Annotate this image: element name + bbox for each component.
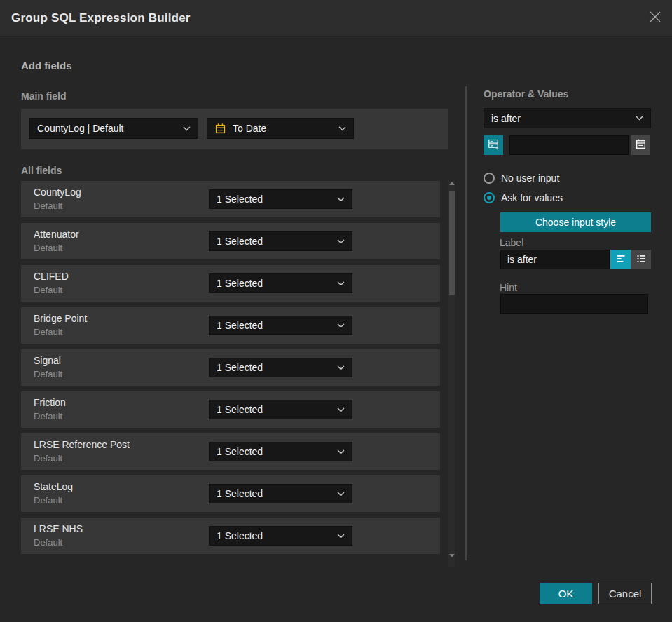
field-subtype-label: Default bbox=[34, 411, 62, 421]
ok-button[interactable]: OK bbox=[540, 583, 592, 604]
main-field-panel: CountyLog | Default To Date bbox=[21, 109, 448, 149]
date-picker-button[interactable] bbox=[631, 135, 650, 155]
chevron-down-icon bbox=[337, 407, 345, 412]
field-values-dropdown-label: 1 Selected bbox=[217, 404, 331, 415]
field-subtype-label: Default bbox=[34, 285, 62, 295]
add-fields-heading: Add fields bbox=[21, 60, 72, 72]
label-input[interactable] bbox=[500, 250, 610, 269]
field-row: Friction Default 1 Selected bbox=[21, 391, 440, 428]
value-list-icon bbox=[488, 138, 500, 152]
radio-ask-for-values[interactable]: Ask for values bbox=[484, 191, 563, 204]
field-values-dropdown[interactable]: 1 Selected bbox=[209, 273, 352, 293]
main-field-dropdown[interactable]: CountyLog | Default bbox=[29, 118, 198, 139]
all-fields-list: CountyLog Default 1 Selected Attenuator … bbox=[21, 181, 440, 560]
field-name-label: Signal bbox=[34, 355, 61, 366]
radio-no-user-input[interactable]: No user input bbox=[484, 172, 559, 184]
radio-selected-icon bbox=[484, 192, 495, 203]
field-row: LRSE Reference Post Default 1 Selected bbox=[21, 433, 440, 470]
field-name-label: LRSE NHS bbox=[34, 523, 83, 534]
bulleted-list-icon bbox=[636, 253, 647, 266]
field-name-label: Attenuator bbox=[34, 229, 79, 240]
list-style-toggle[interactable] bbox=[631, 250, 651, 269]
field-values-dropdown[interactable]: 1 Selected bbox=[209, 189, 352, 209]
value-input[interactable] bbox=[509, 135, 629, 155]
chevron-down-icon bbox=[337, 534, 345, 539]
chevron-down-icon bbox=[337, 239, 345, 244]
field-subtype-label: Default bbox=[34, 537, 62, 548]
operator-dropdown-label: is after bbox=[491, 113, 630, 124]
field-values-dropdown[interactable]: 1 Selected bbox=[209, 526, 352, 546]
align-left-icon bbox=[615, 253, 626, 266]
single-line-style-toggle[interactable] bbox=[610, 250, 631, 269]
chevron-down-icon bbox=[337, 281, 345, 286]
field-values-dropdown-label: 1 Selected bbox=[217, 278, 331, 289]
field-row: Bridge Point Default 1 Selected bbox=[21, 307, 440, 344]
dialog-titlebar: Group SQL Expression Builder bbox=[0, 0, 672, 36]
close-icon bbox=[649, 11, 661, 26]
value-source-button[interactable] bbox=[484, 135, 503, 155]
calendar-icon bbox=[635, 138, 647, 152]
chevron-down-icon bbox=[337, 197, 345, 202]
all-fields-heading: All fields bbox=[21, 165, 62, 176]
field-name-label: CountyLog bbox=[34, 187, 81, 198]
operator-dropdown[interactable]: is after bbox=[484, 108, 651, 128]
field-row: CountyLog Default 1 Selected bbox=[21, 181, 440, 217]
panel-divider bbox=[465, 86, 467, 560]
chevron-down-icon bbox=[183, 126, 191, 131]
field-name-label: CLIFED bbox=[34, 271, 69, 282]
scrollbar-thumb[interactable] bbox=[449, 191, 455, 295]
close-button[interactable] bbox=[648, 11, 662, 25]
field-subtype-label: Default bbox=[34, 369, 62, 379]
chevron-down-icon bbox=[337, 323, 345, 328]
field-values-dropdown[interactable]: 1 Selected bbox=[209, 358, 352, 377]
field-values-dropdown[interactable]: 1 Selected bbox=[209, 316, 352, 335]
hint-field-label: Hint bbox=[500, 282, 517, 293]
scrollbar-up-arrow[interactable] bbox=[449, 182, 455, 185]
field-row: CLIFED Default 1 Selected bbox=[21, 265, 440, 302]
field-row: LRSE NHS Default 1 Selected bbox=[21, 518, 440, 554]
chevron-down-icon bbox=[337, 492, 345, 496]
field-subtype-label: Default bbox=[34, 495, 62, 506]
chevron-down-icon bbox=[337, 449, 345, 454]
operator-values-heading: Operator & Values bbox=[484, 88, 568, 100]
field-values-dropdown-label: 1 Selected bbox=[217, 320, 331, 331]
field-values-dropdown-label: 1 Selected bbox=[217, 362, 331, 373]
field-values-dropdown-label: 1 Selected bbox=[217, 488, 331, 499]
hint-input[interactable] bbox=[500, 294, 648, 314]
field-row: Attenuator Default 1 Selected bbox=[21, 223, 440, 259]
field-name-label: Bridge Point bbox=[34, 313, 87, 324]
cancel-button[interactable]: Cancel bbox=[598, 583, 652, 604]
field-subtype-label: Default bbox=[34, 453, 62, 464]
main-field-date-dropdown-label: To Date bbox=[233, 123, 333, 134]
dialog-title: Group SQL Expression Builder bbox=[11, 0, 191, 36]
field-values-dropdown-label: 1 Selected bbox=[217, 530, 331, 541]
radio-ask-for-values-label: Ask for values bbox=[501, 192, 563, 203]
choose-input-style-button[interactable]: Choose input style bbox=[500, 212, 651, 232]
field-values-dropdown[interactable]: 1 Selected bbox=[209, 442, 352, 461]
main-field-heading: Main field bbox=[21, 90, 67, 102]
field-name-label: LRSE Reference Post bbox=[34, 439, 130, 450]
field-values-dropdown[interactable]: 1 Selected bbox=[209, 400, 352, 419]
field-subtype-label: Default bbox=[34, 243, 62, 253]
main-field-dropdown-label: CountyLog | Default bbox=[37, 123, 177, 134]
chevron-down-icon bbox=[636, 116, 643, 121]
field-values-dropdown-label: 1 Selected bbox=[217, 236, 331, 247]
radio-no-user-input-label: No user input bbox=[501, 173, 559, 184]
radio-unselected-icon bbox=[484, 173, 495, 184]
field-row: StateLog Default 1 Selected bbox=[21, 475, 440, 512]
label-field-label: Label bbox=[500, 237, 523, 248]
calendar-icon bbox=[214, 123, 226, 135]
field-values-dropdown[interactable]: 1 Selected bbox=[209, 484, 352, 503]
field-values-dropdown-label: 1 Selected bbox=[217, 446, 331, 457]
field-values-dropdown[interactable]: 1 Selected bbox=[209, 231, 352, 251]
field-subtype-label: Default bbox=[34, 327, 62, 337]
main-field-date-dropdown[interactable]: To Date bbox=[207, 118, 354, 139]
chevron-down-icon bbox=[338, 126, 346, 131]
field-name-label: StateLog bbox=[34, 481, 73, 492]
field-name-label: Friction bbox=[34, 397, 66, 408]
chevron-down-icon bbox=[337, 365, 345, 370]
field-subtype-label: Default bbox=[34, 201, 62, 211]
scrollbar-down-arrow[interactable] bbox=[449, 554, 455, 557]
field-values-dropdown-label: 1 Selected bbox=[217, 194, 331, 205]
field-row: Signal Default 1 Selected bbox=[21, 349, 440, 386]
